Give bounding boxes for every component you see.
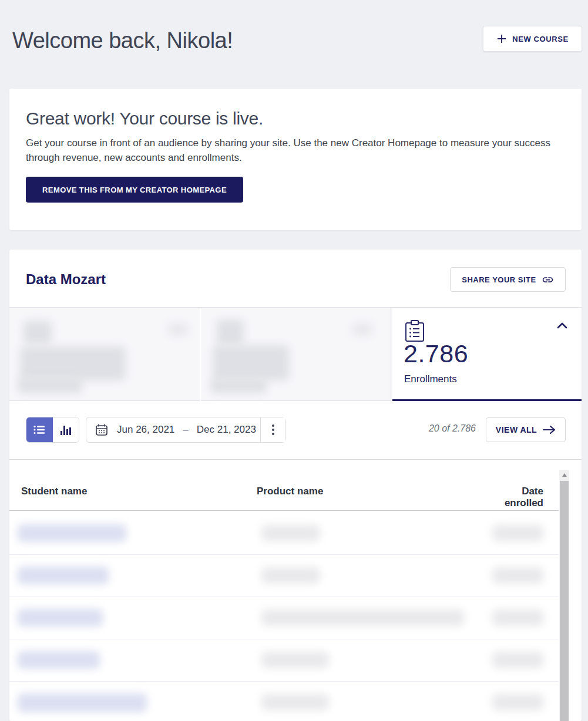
arrow-right-icon (543, 425, 556, 434)
new-course-button[interactable]: NEW COURSE (483, 26, 582, 52)
bar-chart-view-icon (60, 425, 72, 435)
view-all-button[interactable]: VIEW ALL (486, 417, 566, 442)
column-header-student-name: Student name (21, 486, 87, 497)
column-header-date-enrolled: Date enrolled (483, 486, 543, 509)
chevron-up-icon[interactable] (557, 322, 567, 329)
redacted-date-enrolled (492, 525, 543, 541)
redacted-stat-chevron (168, 323, 188, 336)
new-course-label: NEW COURSE (512, 35, 569, 43)
share-site-label: SHARE YOUR SITE (462, 275, 536, 284)
redacted-stat-chevron (352, 323, 372, 336)
redacted-stat-label (210, 378, 267, 393)
redacted-stat-icon (217, 319, 244, 345)
table-row[interactable] (9, 639, 559, 682)
redacted-student-name (18, 524, 126, 542)
stat-card-enrollments[interactable]: 2.786 Enrollments (392, 308, 582, 401)
list-view-icon (33, 425, 45, 434)
table-header-row: Student name Product name Date enrolled (9, 482, 559, 511)
view-toggle-group (26, 417, 79, 443)
remove-from-homepage-button[interactable]: REMOVE THIS FROM MY CREATOR HOMEPAGE (26, 177, 243, 203)
enrollments-value: 2.786 (404, 339, 468, 368)
table-row[interactable] (9, 682, 559, 721)
redacted-product-name (261, 609, 464, 626)
site-name: Data Mozart (26, 271, 106, 288)
announcement-card: Great work! Your course is live. Get you… (9, 89, 582, 230)
scroll-up-button[interactable] (559, 470, 569, 480)
site-dashboard-card: Data Mozart SHARE YOUR SITE (9, 250, 582, 721)
redacted-product-name (261, 525, 320, 541)
redacted-stat-label (18, 377, 82, 393)
date-range-menu-button[interactable] (260, 417, 285, 442)
redacted-student-name (18, 693, 147, 712)
date-range-start: Jun 26, 2021 (117, 424, 174, 436)
column-header-product-name: Product name (257, 486, 323, 497)
scrollbar-thumb[interactable] (560, 481, 569, 721)
announcement-body: Get your course in front of an audience … (26, 136, 556, 165)
view-all-label: VIEW ALL (496, 425, 537, 434)
list-view-button[interactable] (26, 417, 53, 442)
redacted-product-name (261, 567, 320, 584)
stat-card-redacted-2[interactable] (201, 308, 391, 401)
redacted-student-name (18, 609, 103, 626)
enrollments-toolbar: Jun 26, 2021 – Dec 21, 2023 20 of 2.786 … (9, 417, 582, 443)
redacted-student-name (18, 567, 109, 584)
page-title: Welcome back, Nikola! (12, 28, 233, 53)
redacted-stat-value (20, 346, 126, 380)
table-row[interactable] (9, 513, 559, 555)
redacted-stat-value (213, 345, 289, 380)
date-range-separator: – (183, 424, 188, 436)
calendar-icon (95, 423, 109, 437)
stat-card-redacted-1[interactable] (9, 308, 200, 401)
redacted-stat-icon (23, 321, 52, 344)
table-row[interactable] (9, 555, 559, 597)
redacted-date-enrolled (492, 609, 543, 626)
redacted-date-enrolled (492, 694, 543, 710)
redacted-date-enrolled (492, 652, 543, 668)
redacted-product-name (261, 694, 329, 710)
plus-icon (496, 33, 507, 44)
stats-row: 2.786 Enrollments (9, 307, 582, 401)
kebab-menu-icon (272, 424, 274, 435)
redacted-student-name (18, 651, 100, 669)
date-range-picker[interactable]: Jun 26, 2021 – Dec 21, 2023 (86, 417, 285, 443)
date-range-end: Dec 21, 2023 (197, 424, 256, 436)
share-your-site-button[interactable]: SHARE YOUR SITE (450, 267, 566, 292)
bar-chart-view-button[interactable] (53, 417, 79, 442)
enrollments-label: Enrollments (404, 373, 457, 385)
triangle-up-icon (562, 473, 567, 477)
link-icon (542, 274, 554, 286)
redacted-product-name (261, 652, 329, 668)
redacted-date-enrolled (492, 567, 543, 584)
toolbar-table-divider (9, 459, 582, 460)
results-count-label: 20 of 2.786 (429, 423, 476, 434)
announcement-title: Great work! Your course is live. (26, 109, 556, 129)
table-scrollbar[interactable] (559, 470, 569, 721)
table-row[interactable] (9, 597, 559, 639)
